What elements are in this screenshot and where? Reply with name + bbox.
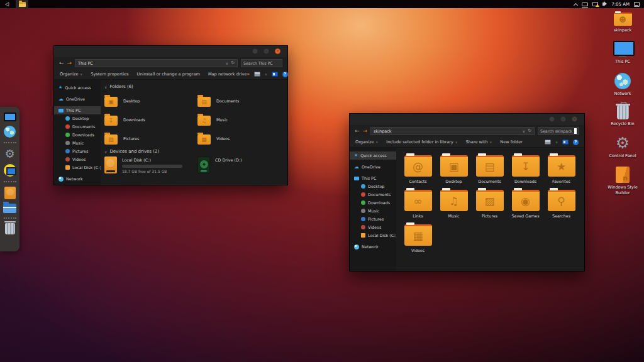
dock-item[interactable] bbox=[4, 217, 16, 219]
folder-item[interactable]: ▨ Pictures bbox=[472, 190, 508, 219]
folder-item[interactable]: ▣ Desktop bbox=[104, 92, 197, 111]
sidebar-item[interactable]: Music bbox=[54, 139, 101, 147]
toolbar-item[interactable]: Organize bbox=[355, 140, 378, 145]
help-icon[interactable] bbox=[573, 140, 579, 145]
desktop-icon[interactable]: Recycle Bin bbox=[603, 104, 642, 126]
dock-item[interactable] bbox=[5, 223, 15, 234]
folder-item[interactable]: @ Contacts bbox=[400, 155, 436, 184]
forward-button[interactable]: → bbox=[67, 60, 72, 66]
sidebar-item[interactable]: Desktop bbox=[54, 114, 101, 123]
search-input[interactable]: Search skinpack bbox=[538, 127, 579, 135]
sidebar-item[interactable]: Videos bbox=[350, 223, 396, 231]
sidebar-item[interactable]: Quick access bbox=[350, 151, 396, 160]
sidebar-item[interactable]: This PC bbox=[350, 174, 396, 182]
change-view-icon[interactable] bbox=[545, 140, 551, 145]
close-button[interactable] bbox=[275, 48, 280, 54]
folder-item[interactable]: ▦ Videos bbox=[197, 129, 287, 148]
sidebar-item[interactable]: Videos bbox=[54, 155, 101, 163]
desktop-icon[interactable]: Network bbox=[603, 73, 642, 96]
sidebar-item[interactable]: Network bbox=[54, 175, 101, 183]
toolbar-item[interactable]: Include selected folder in library bbox=[386, 140, 457, 145]
folder-item[interactable]: ♫ Music bbox=[436, 190, 472, 219]
back-button[interactable]: ← bbox=[59, 60, 64, 66]
volume-icon[interactable] bbox=[602, 3, 604, 6]
folder-item[interactable]: ◉ Saved Games bbox=[508, 190, 543, 219]
clock[interactable]: 7:05 AM bbox=[611, 2, 630, 7]
toolbar-item[interactable]: New folder bbox=[500, 140, 523, 145]
folder-item[interactable]: ♫ Music bbox=[197, 111, 287, 129]
show-hidden-icons-chevron[interactable] bbox=[574, 3, 578, 7]
chevron-down-icon[interactable] bbox=[555, 140, 558, 144]
dock-item[interactable] bbox=[4, 126, 16, 138]
change-view-icon[interactable] bbox=[254, 72, 260, 77]
refresh-icon[interactable] bbox=[231, 61, 235, 65]
chevron-down-icon[interactable] bbox=[226, 61, 228, 65]
dock-item[interactable] bbox=[4, 181, 16, 182]
sidebar-item[interactable]: Pictures bbox=[54, 147, 101, 155]
hardware-icon[interactable] bbox=[582, 3, 588, 6]
dock-item[interactable] bbox=[4, 164, 16, 177]
sidebar-item[interactable]: Documents bbox=[350, 190, 396, 199]
address-bar[interactable]: skinpack bbox=[370, 127, 535, 135]
chevron-down-icon[interactable] bbox=[523, 129, 525, 133]
dock-item[interactable] bbox=[4, 112, 16, 121]
folder-item[interactable]: ↧ Downloads bbox=[508, 155, 543, 184]
toolbar-item[interactable]: System properties bbox=[91, 72, 128, 77]
network-warning-icon[interactable] bbox=[592, 2, 598, 6]
more-commands-icon[interactable]: » bbox=[247, 72, 250, 77]
address-bar[interactable]: This PC bbox=[75, 59, 238, 67]
folder-item[interactable]: ▨ Pictures bbox=[104, 129, 197, 148]
help-icon[interactable] bbox=[282, 72, 288, 77]
sidebar-item[interactable]: OneDrive bbox=[54, 95, 101, 103]
sidebar-item[interactable]: This PC bbox=[54, 106, 101, 114]
toolbar-item[interactable]: Uninstall or change a program bbox=[137, 72, 200, 77]
dock-item[interactable] bbox=[3, 204, 16, 213]
folder-item[interactable]: ∞ Links bbox=[400, 190, 436, 219]
sidebar-item[interactable]: Downloads bbox=[54, 131, 101, 139]
drive-item[interactable]: CD Drive (D:) bbox=[197, 156, 287, 173]
titlebar[interactable] bbox=[54, 46, 287, 57]
folder-item[interactable]: ▣ Desktop bbox=[436, 155, 472, 184]
back-button[interactable]: ← bbox=[355, 128, 360, 134]
close-button[interactable] bbox=[572, 116, 577, 122]
folder-item[interactable]: ⚲ Searches bbox=[543, 190, 579, 219]
sidebar-item[interactable]: Pictures bbox=[350, 215, 396, 223]
preview-pane-icon[interactable] bbox=[562, 140, 569, 145]
folder-item[interactable]: ↧ Downloads bbox=[104, 111, 197, 129]
minimize-button[interactable] bbox=[252, 48, 258, 54]
section-header-drives[interactable]: Devices and drives (2) bbox=[104, 149, 287, 154]
toolbar-item[interactable]: Share with bbox=[465, 140, 492, 145]
sidebar-item[interactable]: Desktop bbox=[350, 182, 396, 190]
desktop-icon[interactable]: Control Panel bbox=[603, 135, 642, 158]
maximize-button[interactable] bbox=[560, 116, 566, 122]
taskbar-explorer-button[interactable] bbox=[16, 0, 28, 8]
sidebar-item[interactable]: Local Disk (C:) bbox=[350, 231, 396, 239]
sidebar-item[interactable]: Documents bbox=[54, 123, 101, 131]
sidebar-item[interactable]: Local Disk (C:) bbox=[54, 163, 101, 172]
folder-item[interactable]: ★ Favorites bbox=[543, 155, 579, 184]
dock-item[interactable] bbox=[4, 187, 16, 199]
dock-item[interactable] bbox=[4, 148, 14, 160]
chevron-down-icon[interactable] bbox=[265, 72, 267, 76]
sidebar-item[interactable]: Downloads bbox=[350, 199, 396, 207]
refresh-icon[interactable] bbox=[528, 129, 531, 133]
folder-item[interactable]: ▤ Documents bbox=[472, 155, 508, 184]
desktop-icon[interactable]: skinpack bbox=[603, 13, 642, 33]
titlebar[interactable] bbox=[350, 114, 584, 125]
search-input[interactable]: Search This PC bbox=[241, 59, 282, 67]
drive-item[interactable]: Local Disk (C:) 18.7 GB free of 31.5 GB bbox=[104, 156, 197, 173]
preview-pane-icon[interactable] bbox=[272, 72, 278, 77]
desktop-icon[interactable]: Windows Style Builder bbox=[603, 167, 642, 195]
desktop[interactable]: ◁ 7:05 AM bbox=[0, 0, 644, 362]
section-header-folders[interactable]: Folders (6) bbox=[104, 84, 287, 89]
start-button[interactable]: ◁ bbox=[0, 0, 14, 8]
maximize-button[interactable] bbox=[264, 48, 269, 54]
desktop-icon[interactable]: This PC bbox=[603, 41, 642, 64]
folder-item[interactable]: ▤ Documents bbox=[197, 92, 287, 111]
action-center-icon[interactable] bbox=[634, 2, 640, 7]
dock-item[interactable] bbox=[4, 142, 16, 143]
toolbar-item[interactable]: Map network drive bbox=[208, 72, 247, 77]
folder-item[interactable]: ▦ Videos bbox=[400, 224, 436, 253]
sidebar-item[interactable]: Network bbox=[350, 243, 396, 251]
sidebar-item[interactable]: OneDrive bbox=[350, 163, 396, 171]
